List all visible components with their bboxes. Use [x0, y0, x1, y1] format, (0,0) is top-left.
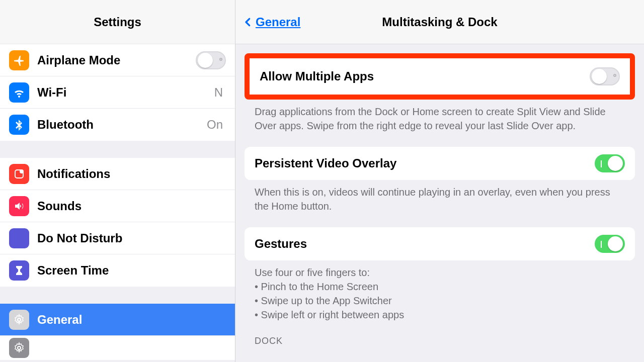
sidebar-item-dnd[interactable]: Do Not Disturb [0, 222, 235, 254]
sidebar-item-label: Bluetooth [37, 118, 207, 132]
highlighted-setting: Allow Multiple Apps [245, 53, 635, 100]
hourglass-icon [9, 260, 29, 281]
wifi-icon [9, 82, 29, 103]
setting-allow-multiple-apps[interactable]: Allow Multiple Apps [250, 58, 630, 95]
sidebar-item-cutoff[interactable] [0, 336, 235, 360]
wifi-value: N [214, 85, 223, 100]
setting-gestures[interactable]: Gestures [245, 227, 635, 260]
setting-description: Use four or five fingers to: • Pinch to … [245, 260, 635, 322]
gestures-toggle[interactable] [595, 235, 625, 253]
sidebar-item-label: Sounds [37, 199, 226, 213]
sidebar-item-wifi[interactable]: Wi-Fi N [0, 76, 235, 109]
sounds-icon [9, 196, 29, 216]
detail-header: General Multitasking & Dock [235, 0, 644, 44]
sidebar-item-label: Airplane Mode [37, 53, 196, 67]
moon-icon [9, 228, 29, 248]
airplane-icon [9, 50, 29, 70]
sidebar-item-general[interactable]: General [0, 304, 235, 336]
persistent-video-overlay-toggle[interactable] [595, 154, 625, 172]
airplane-mode-toggle[interactable] [196, 51, 226, 69]
sidebar-item-airplane-mode[interactable]: Airplane Mode [0, 44, 235, 76]
chevron-left-icon [244, 15, 254, 30]
settings-sidebar: Settings Airplane Mode Wi-Fi N Bluetooth… [0, 0, 235, 362]
sidebar-group-alerts: Notifications Sounds Do Not Disturb Scre… [0, 158, 235, 287]
back-button[interactable]: General [244, 15, 300, 30]
sidebar-item-bluetooth[interactable]: Bluetooth On [0, 109, 235, 141]
sidebar-item-label: Wi-Fi [37, 85, 214, 100]
gear-icon [9, 310, 29, 330]
sidebar-item-label: General [37, 313, 226, 327]
detail-title: Multitasking & Dock [382, 15, 497, 29]
sidebar-item-label: Notifications [37, 167, 226, 181]
section-header-dock: DOCK [245, 336, 635, 349]
setting-persistent-video-overlay[interactable]: Persistent Video Overlay [245, 147, 635, 180]
setting-label: Persistent Video Overlay [255, 156, 595, 170]
setting-description: When this is on, videos will continue pl… [245, 180, 635, 213]
detail-pane: General Multitasking & Dock Allow Multip… [235, 0, 644, 362]
allow-multiple-apps-toggle[interactable] [590, 67, 620, 85]
sidebar-item-notifications[interactable]: Notifications [0, 158, 235, 190]
bluetooth-value: On [207, 118, 223, 132]
bluetooth-icon [9, 115, 29, 135]
sidebar-group-connectivity: Airplane Mode Wi-Fi N Bluetooth On [0, 44, 235, 141]
back-label: General [256, 15, 300, 29]
setting-label: Allow Multiple Apps [260, 69, 590, 83]
setting-description: Drag applications from the Dock or Home … [245, 100, 635, 133]
notifications-icon [9, 164, 29, 184]
sidebar-item-screen-time[interactable]: Screen Time [0, 254, 235, 287]
gear-icon [9, 338, 29, 358]
sidebar-item-label: Do Not Disturb [37, 231, 226, 245]
setting-label: Gestures [255, 237, 595, 251]
sidebar-group-general: General [0, 304, 235, 360]
sidebar-title: Settings [0, 0, 235, 44]
detail-body: Allow Multiple Apps Drag applications fr… [235, 44, 644, 362]
sidebar-item-sounds[interactable]: Sounds [0, 190, 235, 222]
sidebar-item-label: Screen Time [37, 263, 226, 278]
